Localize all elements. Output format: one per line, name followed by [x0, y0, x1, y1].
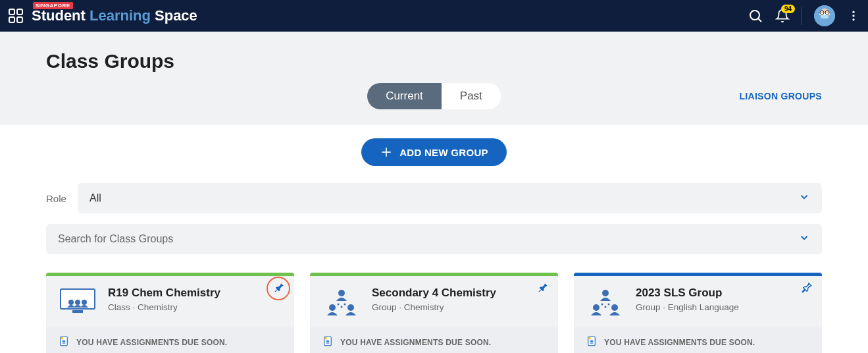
content-area: ADD NEW GROUP Role All Search for Class …	[0, 125, 868, 353]
role-label: Role	[46, 193, 66, 204]
svg-point-32	[341, 306, 343, 308]
assignment-icon	[322, 335, 334, 349]
apps-icon[interactable]	[8, 8, 24, 24]
svg-point-20	[82, 300, 87, 305]
card-body: Secondary 4 Chemistry Group · Chemistry	[310, 276, 558, 327]
kebab-menu-icon[interactable]	[847, 9, 860, 22]
svg-rect-3	[17, 17, 22, 22]
card-text: R19 Chem Chemistry Class · Chemistry	[108, 286, 220, 318]
avatar[interactable]	[814, 5, 835, 26]
liaison-groups-link[interactable]: LIAISON GROUPS	[739, 91, 822, 101]
add-new-group-button[interactable]: ADD NEW GROUP	[361, 138, 507, 166]
card-footer: YOU HAVE ASSIGNMENTS DUE SOON.	[310, 327, 558, 353]
card-title: Secondary 4 Chemistry	[372, 286, 496, 300]
tab-pill: Current Past	[367, 83, 501, 109]
logo-text: Student Learning Space	[32, 9, 197, 23]
svg-point-27	[338, 290, 345, 296]
svg-rect-1	[17, 9, 22, 14]
svg-point-18	[68, 300, 74, 305]
chevron-down-icon	[798, 191, 810, 205]
search-placeholder: Search for Class Groups	[58, 233, 173, 245]
card-text: 2023 SLS Group Group · English Language	[636, 286, 739, 318]
pin-outline-icon[interactable]	[801, 282, 813, 296]
svg-point-38	[602, 290, 609, 296]
card-body: 2023 SLS Group Group · English Language	[574, 276, 822, 327]
plus-icon	[380, 146, 393, 159]
svg-point-14	[852, 18, 854, 20]
page-title: Class Groups	[46, 50, 822, 72]
group-icon	[322, 286, 361, 318]
card-title: 2023 SLS Group	[636, 286, 739, 300]
tab-past[interactable]: Past	[442, 83, 501, 109]
tabs-row: Current Past LIAISON GROUPS	[0, 83, 868, 125]
class-group-card[interactable]: Secondary 4 Chemistry Group · Chemistry …	[310, 273, 558, 353]
svg-point-41	[601, 304, 603, 306]
chevron-down-icon	[798, 232, 810, 246]
tab-current[interactable]: Current	[367, 83, 442, 109]
card-meta: Class · Chemistry	[108, 302, 220, 312]
card-meta: Group · Chemistry	[372, 302, 496, 312]
page-header: Class Groups	[0, 32, 868, 83]
svg-point-4	[750, 11, 759, 20]
card-footer-text: YOU HAVE ASSIGNMENTS DUE SOON.	[604, 338, 755, 347]
svg-point-13	[852, 14, 854, 16]
pin-icon[interactable]	[273, 282, 285, 296]
search-class-groups[interactable]: Search for Class Groups	[46, 224, 822, 254]
card-body: R19 Chem Chemistry Class · Chemistry	[46, 276, 294, 327]
svg-point-23	[61, 337, 63, 340]
card-text: Secondary 4 Chemistry Group · Chemistry	[372, 286, 496, 318]
svg-point-40	[611, 304, 618, 311]
add-group-label: ADD NEW GROUP	[399, 147, 488, 158]
class-group-card[interactable]: 2023 SLS Group Group · English Language …	[574, 273, 822, 353]
svg-point-29	[347, 304, 354, 311]
search-icon[interactable]	[748, 8, 763, 24]
card-footer-text: YOU HAVE ASSIGNMENTS DUE SOON.	[76, 338, 227, 347]
card-footer: YOU HAVE ASSIGNMENTS DUE SOON.	[46, 327, 294, 353]
svg-point-34	[324, 337, 327, 340]
svg-point-43	[605, 306, 607, 308]
pin-icon[interactable]	[537, 282, 549, 296]
svg-point-39	[593, 304, 600, 311]
svg-rect-2	[9, 17, 14, 22]
logo[interactable]: SINGAPORE Student Learning Space	[32, 9, 197, 23]
svg-point-42	[608, 304, 610, 306]
svg-rect-11	[821, 15, 829, 18]
group-icon	[586, 286, 625, 318]
role-select[interactable]: All	[78, 183, 822, 213]
header-right: 94	[748, 5, 860, 26]
role-value: All	[89, 192, 101, 204]
svg-point-31	[344, 304, 346, 306]
svg-point-28	[329, 304, 336, 311]
assignment-icon	[58, 335, 70, 349]
cards-row: R19 Chem Chemistry Class · Chemistry YOU…	[46, 273, 822, 353]
header-left: SINGAPORE Student Learning Space	[8, 8, 197, 24]
svg-rect-21	[72, 310, 83, 313]
card-footer-text: YOU HAVE ASSIGNMENTS DUE SOON.	[340, 338, 491, 347]
class-icon	[58, 286, 97, 318]
svg-point-12	[852, 11, 854, 13]
badge-singapore: SINGAPORE	[33, 2, 73, 9]
card-meta: Group · English Language	[636, 302, 739, 312]
svg-point-30	[338, 304, 340, 306]
svg-line-5	[758, 18, 761, 22]
svg-rect-0	[9, 9, 14, 14]
filter-row: Role All	[46, 183, 822, 213]
divider	[802, 7, 802, 25]
assignment-icon	[586, 335, 598, 349]
svg-point-19	[75, 300, 80, 305]
card-footer: YOU HAVE ASSIGNMENTS DUE SOON.	[574, 327, 822, 353]
card-title: R19 Chem Chemistry	[108, 286, 220, 300]
bell-icon[interactable]: 94	[775, 9, 790, 23]
svg-point-45	[588, 337, 591, 340]
notif-badge: 94	[781, 5, 795, 13]
class-group-card[interactable]: R19 Chem Chemistry Class · Chemistry YOU…	[46, 273, 294, 353]
app-header: SINGAPORE Student Learning Space 94	[0, 0, 868, 32]
